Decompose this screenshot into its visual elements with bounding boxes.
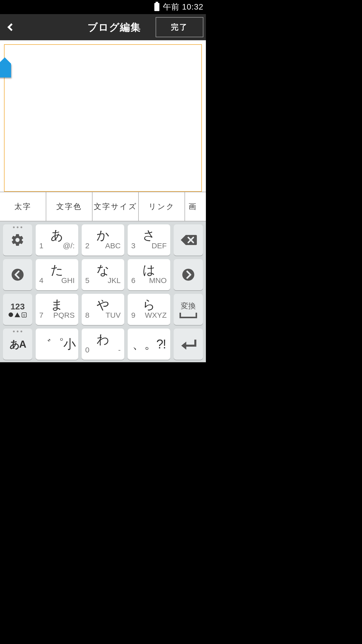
key-alpha: WXYZ (145, 311, 167, 319)
key-kana: な (97, 264, 109, 276)
format-link-label: リンク (149, 202, 175, 212)
space-convert-key[interactable]: 変換 (174, 294, 203, 325)
key-alpha: @/: (63, 242, 75, 250)
key-num: 2 (85, 242, 89, 250)
arrow-left-icon (11, 268, 24, 281)
svg-point-1 (182, 269, 194, 281)
kana-a-key[interactable]: あ 1@/: (36, 224, 78, 256)
key-kana: ゛゜小 (39, 338, 75, 350)
format-image-button[interactable]: 画 (185, 192, 205, 221)
henkan-label: 変換 (181, 301, 196, 311)
more-dots-icon (13, 226, 22, 228)
app-header: ブログ編集 完了 (0, 14, 206, 40)
kana-ka-key[interactable]: か 2ABC (82, 224, 124, 256)
key-kana: わ (97, 333, 109, 346)
done-button[interactable]: 完了 (156, 17, 203, 37)
key-num: 9 (131, 311, 135, 319)
kana-ha-key[interactable]: は 6MNO (128, 259, 170, 290)
key-num: 6 (131, 276, 135, 285)
lang-label: あA (10, 337, 26, 351)
status-bar: 午前 10:32 (0, 0, 206, 14)
kb-row-4: あA ゛゜小 わ 0- 、。?! (3, 329, 203, 360)
key-kana: ま (51, 298, 63, 311)
punctuation-key[interactable]: 、。?! (128, 329, 170, 360)
key-alpha: GHI (61, 276, 75, 285)
key-alpha: PQRS (53, 311, 75, 319)
key-kana: や (97, 298, 109, 311)
key-alpha: ABC (105, 242, 121, 250)
kb-row-1: あ 1@/: か 2ABC さ 3DEF (3, 224, 203, 256)
chevron-left-icon (7, 23, 15, 31)
kb-row-2: た 4GHI な 5JKL は 6MNO (3, 259, 203, 290)
arrow-right-icon (182, 268, 195, 281)
format-color-label: 文字色 (56, 202, 82, 212)
kana-ra-key[interactable]: ら 9WXYZ (128, 294, 170, 325)
format-bold-label: 太字 (14, 202, 31, 212)
blog-editor-textarea[interactable] (4, 44, 202, 192)
format-link-button[interactable]: リンク (139, 192, 185, 221)
key-kana: は (143, 264, 155, 276)
key-kana: あ (51, 229, 63, 242)
back-button[interactable] (0, 14, 23, 40)
key-kana: さ (143, 229, 155, 242)
language-switch-key[interactable]: あA (3, 329, 32, 360)
format-size-label: 文字サイズ (94, 202, 137, 212)
battery-icon (154, 3, 159, 11)
key-num: 4 (39, 276, 43, 285)
key-kana: た (51, 264, 63, 276)
kana-na-key[interactable]: な 5JKL (82, 259, 124, 290)
gear-icon (11, 233, 25, 247)
key-kana: か (97, 229, 109, 242)
kana-ma-key[interactable]: ま 7PQRS (36, 294, 78, 325)
num-mode-label: 123 (11, 302, 25, 311)
numeric-mode-key[interactable]: 123 (3, 294, 32, 325)
kb-row-3: 123 ま 7PQRS や 8TUV ら 9WXYZ 変換 (3, 294, 203, 325)
space-icon (179, 313, 197, 318)
kana-wa-key[interactable]: わ 0- (82, 329, 124, 360)
cursor-right-key[interactable] (174, 259, 203, 290)
svg-point-0 (12, 269, 24, 281)
settings-key[interactable] (3, 224, 32, 256)
soft-keyboard: あ 1@/: か 2ABC さ 3DEF た 4GHI (0, 221, 206, 362)
backspace-icon (180, 234, 197, 246)
key-num: 0 (85, 346, 89, 354)
format-bold-button[interactable]: 太字 (0, 192, 46, 221)
dakuten-small-key[interactable]: ゛゜小 (36, 329, 78, 360)
format-toolbar: 太字 文字色 文字サイズ リンク 画 (0, 192, 206, 221)
kana-ta-key[interactable]: た 4GHI (36, 259, 78, 290)
key-alpha: - (118, 346, 121, 354)
text-cursor-handle[interactable] (0, 57, 11, 77)
content-area (0, 40, 206, 192)
format-size-button[interactable]: 文字サイズ (93, 192, 139, 221)
enter-icon (180, 338, 196, 351)
key-alpha: TUV (106, 311, 121, 319)
kana-sa-key[interactable]: さ 3DEF (128, 224, 170, 256)
cursor-left-key[interactable] (3, 259, 32, 290)
key-alpha: DEF (152, 242, 167, 250)
key-num: 5 (85, 276, 89, 285)
format-color-button[interactable]: 文字色 (46, 192, 93, 221)
key-num: 8 (85, 311, 89, 319)
key-num: 7 (39, 311, 43, 319)
enter-key[interactable] (174, 329, 203, 360)
done-button-label: 完了 (171, 22, 188, 32)
kana-ya-key[interactable]: や 8TUV (82, 294, 124, 325)
key-kana: ら (143, 298, 155, 311)
backspace-key[interactable] (174, 224, 203, 256)
key-num: 3 (131, 242, 135, 250)
symbols-icon (9, 312, 27, 317)
key-num: 1 (39, 242, 43, 250)
key-kana: 、。?! (132, 338, 166, 350)
key-alpha: MNO (149, 276, 167, 285)
more-dots-icon (13, 331, 22, 332)
clock-text: 午前 10:32 (163, 2, 203, 13)
format-image-label: 画 (189, 202, 197, 212)
key-alpha: JKL (108, 276, 121, 285)
